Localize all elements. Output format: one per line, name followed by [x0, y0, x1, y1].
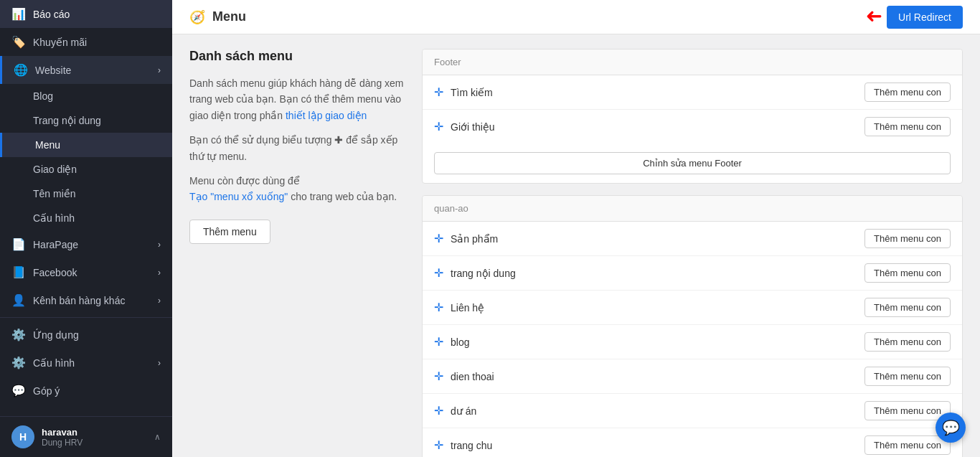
content-area: Danh sách menu Danh sách menu giúp khách… — [172, 34, 980, 457]
chat-bubble[interactable]: 💬 — [936, 413, 966, 443]
add-menu-button[interactable]: Thêm menu — [189, 220, 270, 244]
sidebar-item-label: Khuyến mãi — [33, 37, 87, 48]
them-menu-con-button-qa5[interactable]: Thêm menu con — [864, 401, 951, 420]
drag-icon[interactable]: ✛ — [434, 232, 443, 245]
sidebar-item-label: Website — [35, 65, 71, 76]
drag-icon[interactable]: ✛ — [434, 369, 443, 383]
sidebar-subitem-ten-mien[interactable]: Tên miền — [0, 182, 172, 206]
quan-ao-menu-item-2: ✛ Liên hệ Thêm menu con — [423, 291, 962, 325]
app-icon: ⚙️ — [11, 328, 26, 341]
sidebar-item-label: HaraPage — [33, 239, 78, 250]
sidebar-divider — [0, 317, 172, 318]
right-panel: Footer ✛ Tìm kiếm Thêm menu con ✛ Giới t… — [422, 49, 963, 443]
drag-icon[interactable]: ✛ — [434, 301, 443, 314]
chevron-up-icon: ∧ — [154, 432, 161, 442]
user-name: haravan — [42, 427, 147, 438]
url-redirect-area: ➜ Url Redirect — [866, 5, 963, 29]
sidebar-item-gop-y[interactable]: 💬 Góp ý — [0, 377, 172, 405]
sidebar-subitem-label: Cấu hình — [33, 212, 75, 224]
them-menu-con-button-qa1[interactable]: Thêm menu con — [864, 263, 951, 283]
avatar: H — [11, 425, 34, 448]
page-title-container: 🧭 Menu — [189, 9, 246, 25]
facebook-icon: 📘 — [11, 265, 26, 279]
sidebar-subitem-label: Tên miền — [33, 188, 76, 199]
footer-menu-section: Footer ✛ Tìm kiếm Thêm menu con ✛ Giới t… — [422, 49, 963, 184]
sidebar-user[interactable]: H haravan Dung HRV ∧ — [0, 416, 172, 457]
red-arrow-icon: ➜ — [866, 5, 882, 29]
sidebar-item-harapage[interactable]: 📄 HaraPage › — [0, 230, 172, 258]
them-menu-con-button-qa2[interactable]: Thêm menu con — [864, 298, 951, 317]
sidebar-subitem-label: Trang nội dung — [33, 115, 101, 126]
sidebar-subitem-label: Blog — [33, 90, 53, 102]
quan-ao-menu-item-4: ✛ dien thoai Thêm menu con — [423, 359, 962, 394]
them-menu-con-button-0[interactable]: Thêm menu con — [864, 83, 951, 102]
sidebar-subitem-trang-noi-dung[interactable]: Trang nội dung — [0, 108, 172, 133]
menu-xo-xuong-link[interactable]: Tạo "menu xổ xuống" — [189, 191, 288, 202]
chinh-sua-footer-button[interactable]: Chỉnh sửa menu Footer — [434, 152, 951, 174]
topbar: 🧭 Menu ➜ Url Redirect — [172, 0, 980, 34]
quan-ao-item-name-0: Sản phẩm — [451, 233, 857, 245]
quan-ao-item-name-5: dư án — [451, 405, 857, 417]
sidebar-item-ung-dung[interactable]: ⚙️ Ứng dụng — [0, 321, 172, 349]
drag-icon[interactable]: ✛ — [434, 335, 443, 349]
quan-ao-item-name-1: trang nội dung — [451, 268, 857, 279]
chevron-right-icon: › — [158, 268, 161, 278]
thiet-lap-giao-dien-link[interactable]: thiết lập giao diện — [286, 110, 367, 121]
store-icon: 👤 — [11, 293, 26, 307]
quan-ao-item-name-2: Liên hệ — [451, 302, 857, 314]
chevron-right-icon: › — [158, 358, 161, 368]
menu-globe-icon: 🧭 — [189, 9, 205, 25]
feedback-icon: 💬 — [11, 384, 26, 397]
drag-icon[interactable]: ✛ — [434, 266, 443, 280]
sidebar-item-bao-cao[interactable]: 📊 Báo cáo — [0, 0, 172, 28]
desc-para-1: Danh sách menu giúp khách hàng dễ dàng x… — [189, 75, 405, 123]
user-info: haravan Dung HRV — [42, 427, 147, 448]
sidebar-subitem-label: Giao diện — [33, 164, 77, 175]
footer-menu-item-0: ✛ Tìm kiếm Thêm menu con — [423, 75, 962, 110]
quan-ao-menu-item-0: ✛ Sản phẩm Thêm menu con — [423, 222, 962, 256]
quan-ao-menu-item-1: ✛ trang nội dung Thêm menu con — [423, 256, 962, 291]
drag-icon[interactable]: ✛ — [434, 85, 443, 99]
settings-icon: ⚙️ — [11, 356, 26, 369]
sidebar-item-cau-hinh[interactable]: ⚙️ Cấu hình › — [0, 349, 172, 377]
quan-ao-item-name-6: trang chu — [451, 440, 857, 451]
quan-ao-menu-item-6: ✛ trang chu Thêm menu con — [423, 428, 962, 457]
sidebar-subitem-menu[interactable]: Menu — [0, 133, 172, 157]
left-panel: Danh sách menu Danh sách menu giúp khách… — [189, 49, 405, 443]
them-menu-con-button-1[interactable]: Thêm menu con — [864, 117, 951, 136]
sidebar-item-label: Kênh bán hàng khác — [33, 295, 125, 306]
main-content: 🧭 Menu ➜ Url Redirect Danh sách menu Dan… — [172, 0, 980, 457]
sidebar-subitem-blog[interactable]: Blog — [0, 84, 172, 108]
chat-icon: 💬 — [942, 419, 960, 436]
sidebar-subitem-giao-dien[interactable]: Giao diện — [0, 157, 172, 182]
sidebar-subitem-label: Menu — [35, 139, 60, 151]
quan-ao-menu-item-5: ✛ dư án Thêm menu con — [423, 394, 962, 428]
footer-item-name-0: Tìm kiếm — [451, 87, 857, 98]
desc-text-3b: cho trang web của bạn. — [288, 191, 397, 202]
footer-menu-item-1: ✛ Giới thiệu Thêm menu con — [423, 110, 962, 143]
sidebar-item-label: Facebook — [33, 267, 77, 278]
them-menu-con-button-qa3[interactable]: Thêm menu con — [864, 332, 951, 352]
tag-icon: 🏷️ — [11, 35, 26, 49]
sidebar-item-label: Ứng dụng — [33, 329, 79, 341]
chevron-right-icon: › — [158, 65, 161, 75]
sidebar-item-website[interactable]: 🌐 Website › — [0, 56, 172, 84]
drag-icon[interactable]: ✛ — [434, 120, 443, 133]
sidebar-item-khuyen-mai[interactable]: 🏷️ Khuyến mãi — [0, 28, 172, 56]
danh-sach-menu-heading: Danh sách menu — [189, 49, 405, 64]
url-redirect-button[interactable]: Url Redirect — [887, 6, 963, 29]
sidebar-item-facebook[interactable]: 📘 Facebook › — [0, 258, 172, 286]
them-menu-con-button-qa6[interactable]: Thêm menu con — [864, 435, 951, 455]
chevron-right-icon: › — [158, 240, 161, 250]
drag-icon[interactable]: ✛ — [434, 438, 443, 452]
sidebar-subitem-cau-hinh[interactable]: Cấu hình — [0, 206, 172, 230]
quan-ao-menu-item-3: ✛ blog Thêm menu con — [423, 325, 962, 359]
sidebar-item-kenh-ban-hang[interactable]: 👤 Kênh bán hàng khác › — [0, 286, 172, 314]
chart-icon: 📊 — [11, 7, 26, 21]
desc-text-3: Menu còn được dùng để — [189, 175, 300, 187]
them-menu-con-button-qa4[interactable]: Thêm menu con — [864, 367, 951, 386]
quan-ao-section-header: quan-ao — [423, 196, 962, 222]
drag-icon[interactable]: ✛ — [434, 404, 443, 418]
quan-ao-menu-section: quan-ao ✛ Sản phẩm Thêm menu con ✛ trang… — [422, 195, 963, 457]
them-menu-con-button-qa0[interactable]: Thêm menu con — [864, 229, 951, 248]
